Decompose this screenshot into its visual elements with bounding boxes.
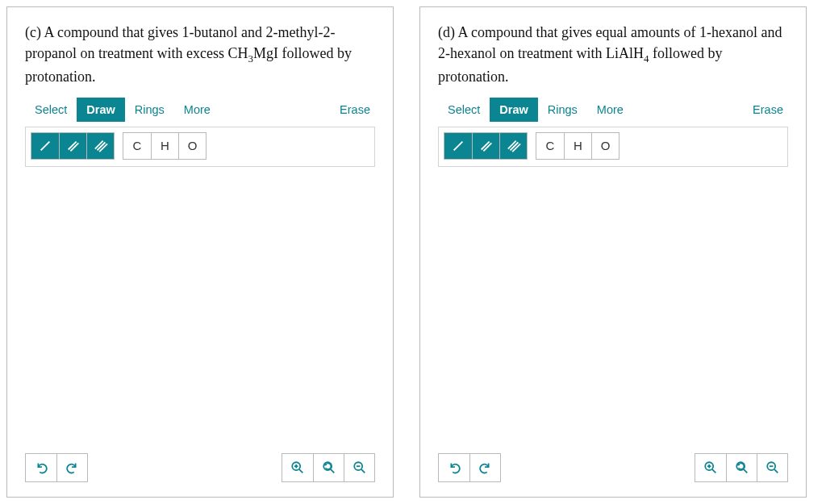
zoom-reset-button[interactable] [726, 454, 757, 481]
erase-button[interactable]: Erase [748, 98, 788, 122]
prompt-text: (d) A compound that gives equal amounts … [438, 22, 788, 88]
atom-c-button[interactable]: C [123, 133, 151, 159]
undo-icon [34, 460, 48, 475]
bond-group [444, 132, 528, 160]
prompt-text: (c) A compound that gives 1-butanol and … [25, 22, 375, 88]
footer-bar [438, 447, 788, 482]
zoom-in-icon [290, 460, 305, 475]
single-bond-button[interactable] [31, 133, 59, 159]
tab-bar: Select Draw Rings More Erase [25, 98, 375, 122]
redo-button[interactable] [469, 454, 500, 481]
atom-group: C H O [123, 132, 206, 160]
tab-rings[interactable]: Rings [538, 98, 587, 122]
zoom-out-icon [766, 460, 780, 475]
redo-button[interactable] [56, 454, 87, 481]
double-bond-button[interactable] [59, 133, 86, 159]
single-bond-icon [451, 139, 465, 153]
zoom-in-button[interactable] [282, 454, 313, 481]
atom-c-button[interactable]: C [536, 133, 564, 159]
atom-o-button[interactable]: O [591, 133, 619, 159]
svg-line-7 [299, 469, 303, 473]
zoom-in-button[interactable] [695, 454, 726, 481]
zoom-in-icon [703, 460, 718, 475]
tab-select[interactable]: Select [438, 98, 490, 122]
tab-select[interactable]: Select [25, 98, 77, 122]
undo-icon [447, 460, 461, 475]
single-bond-icon [38, 139, 52, 153]
zoom-group [282, 453, 375, 482]
redo-icon [478, 460, 493, 475]
tab-rings[interactable]: Rings [125, 98, 174, 122]
tab-more[interactable]: More [587, 98, 633, 122]
footer-bar [25, 447, 375, 482]
zoom-reset-icon [322, 460, 336, 475]
zoom-out-button[interactable] [344, 454, 374, 481]
triple-bond-icon [94, 139, 108, 153]
tab-more[interactable]: More [174, 98, 220, 122]
zoom-group [695, 453, 788, 482]
svg-line-28 [774, 469, 778, 473]
triple-bond-icon [507, 139, 521, 153]
history-group [25, 453, 88, 482]
double-bond-icon [66, 139, 81, 153]
atom-h-button[interactable]: H [564, 133, 591, 159]
triple-bond-button[interactable] [499, 133, 527, 159]
svg-line-22 [712, 469, 716, 473]
svg-line-11 [330, 469, 334, 473]
atom-group: C H O [536, 132, 620, 160]
triple-bond-button[interactable] [86, 133, 114, 159]
double-bond-icon [479, 139, 494, 153]
zoom-reset-button[interactable] [313, 454, 344, 481]
double-bond-button[interactable] [472, 133, 499, 159]
atom-h-button[interactable]: H [151, 133, 178, 159]
zoom-reset-icon [735, 460, 749, 475]
zoom-out-icon [353, 460, 367, 475]
svg-line-0 [41, 141, 50, 150]
redo-icon [65, 460, 80, 475]
zoom-out-button[interactable] [757, 454, 787, 481]
single-bond-button[interactable] [444, 133, 472, 159]
undo-button[interactable] [26, 454, 56, 481]
undo-button[interactable] [439, 454, 469, 481]
svg-line-13 [361, 469, 365, 473]
tool-row: C H O [25, 127, 375, 167]
svg-line-26 [743, 469, 747, 473]
panel-c: (c) A compound that gives 1-butanol and … [6, 6, 394, 498]
tool-row: C H O [438, 127, 788, 167]
history-group [438, 453, 501, 482]
atom-o-button[interactable]: O [178, 133, 206, 159]
tab-bar: Select Draw Rings More Erase [438, 98, 788, 122]
tab-draw[interactable]: Draw [490, 98, 537, 122]
svg-line-15 [454, 141, 463, 150]
bond-group [31, 132, 115, 160]
erase-button[interactable]: Erase [335, 98, 375, 122]
tab-draw[interactable]: Draw [77, 98, 124, 122]
panel-d: (d) A compound that gives equal amounts … [419, 6, 807, 498]
